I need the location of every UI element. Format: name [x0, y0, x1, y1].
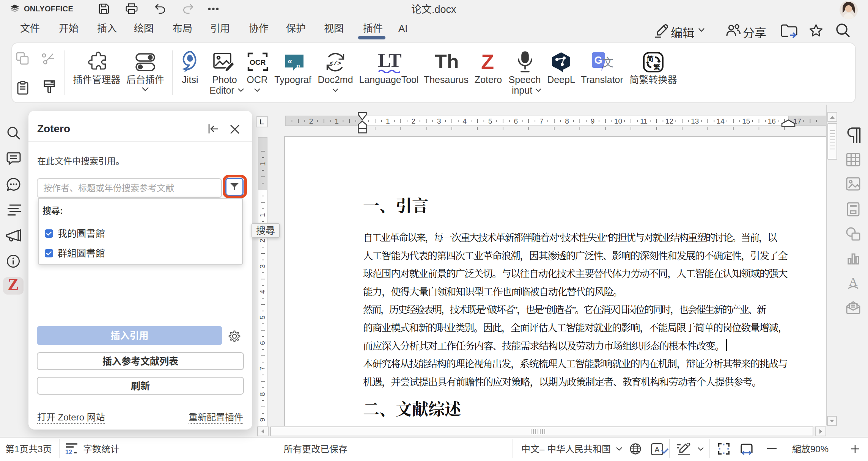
svg-text:5: 5: [488, 117, 492, 125]
svg-text:2: 2: [412, 117, 416, 125]
svg-text:文: 文: [602, 56, 613, 68]
svg-text:13: 13: [691, 117, 699, 125]
svg-text:7: 7: [259, 367, 267, 371]
svg-text:«: «: [288, 56, 292, 66]
svg-text:1: 1: [259, 162, 267, 166]
svg-text:15: 15: [742, 117, 750, 125]
svg-text:2: 2: [309, 117, 313, 125]
svg-text:简: 简: [646, 55, 654, 63]
svg-text:繁: 繁: [653, 63, 660, 71]
svg-text:16: 16: [768, 117, 776, 125]
svg-text:8: 8: [259, 392, 267, 396]
svg-text:14: 14: [717, 117, 725, 125]
svg-text:5: 5: [259, 315, 267, 320]
svg-text:A: A: [654, 445, 660, 454]
svg-text:6: 6: [259, 341, 267, 345]
svg-text:</>: </>: [330, 60, 341, 67]
svg-text:4: 4: [259, 290, 267, 294]
svg-text:OCR: OCR: [250, 58, 266, 66]
svg-text:„: „: [296, 59, 300, 68]
svg-text:6: 6: [514, 117, 518, 125]
svg-text:4: 4: [463, 117, 467, 125]
svg-text:7: 7: [539, 117, 544, 125]
svg-text:10: 10: [614, 117, 622, 125]
svg-text:1: 1: [386, 117, 390, 125]
svg-text:9: 9: [591, 117, 595, 125]
svg-text:1: 1: [259, 213, 267, 217]
svg-text:3: 3: [437, 117, 441, 125]
svg-text:2: 2: [259, 239, 267, 243]
svg-text:G: G: [594, 55, 602, 66]
svg-text:11: 11: [640, 117, 648, 125]
svg-text:9: 9: [259, 418, 267, 422]
svg-text:12: 12: [665, 117, 673, 125]
svg-text:3: 3: [259, 264, 267, 268]
svg-text:8: 8: [565, 117, 569, 125]
svg-text:1: 1: [335, 117, 339, 125]
